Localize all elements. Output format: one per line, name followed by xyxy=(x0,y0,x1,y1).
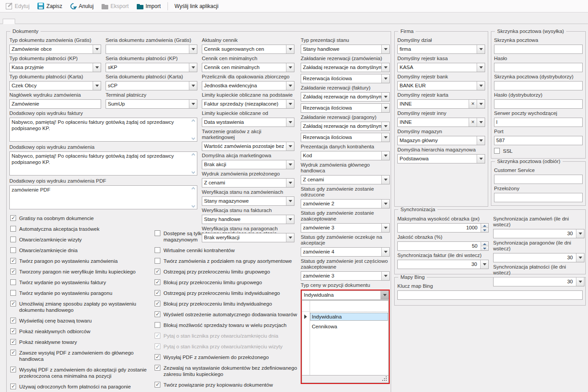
chevron-down-icon[interactable] xyxy=(381,133,389,142)
textarea[interactable]: Nabywco, pamiętaj! Po opłaceniu faktury … xyxy=(9,118,197,142)
spinner-buttons[interactable] xyxy=(481,242,488,250)
checkbox[interactable]: Otwarcie/zamknięcie dnia xyxy=(10,247,155,253)
field-control[interactable]: Kasa przyjmie × xyxy=(9,63,101,72)
chevron-down-icon[interactable] xyxy=(477,118,485,127)
checkbox[interactable]: Używaj odroczonych form płatności na par… xyxy=(10,384,155,390)
chevron-down-icon[interactable] xyxy=(477,155,485,163)
checkbox[interactable]: Blokuj możliwość sprzedaży towaru w wiel… xyxy=(155,322,302,328)
checkbox[interactable]: Blokuj przy przekroczeniu limitu grupowe… xyxy=(155,279,302,286)
tab[interactable] xyxy=(28,19,40,24)
dropdown-option[interactable]: Cennikowa xyxy=(302,322,388,331)
checkbox[interactable]: Wirtualne cenniki kontrahentów xyxy=(155,247,302,253)
field-control[interactable]: Z cenami × xyxy=(202,178,294,188)
scrollbar[interactable] xyxy=(191,188,196,207)
chevron-down-icon[interactable] xyxy=(480,260,488,269)
field-control[interactable]: INNE × xyxy=(397,118,485,127)
chevron-down-icon[interactable] xyxy=(381,224,389,232)
spinner-buttons[interactable] xyxy=(481,224,488,232)
clear-icon[interactable]: × xyxy=(469,118,477,127)
textarea[interactable]: Nabywco, pamiętaj! Po opłaceniu faktury … xyxy=(9,151,197,176)
checkbox[interactable]: Pokaż nieaktywne towary xyxy=(10,339,155,345)
field-control[interactable]: × xyxy=(494,175,583,184)
chevron-down-icon[interactable] xyxy=(477,136,485,145)
checkbox[interactable]: Zezwalaj na wystawianie dokumentów bez z… xyxy=(155,365,302,377)
field-control[interactable]: Jednostka ewidencyjna × xyxy=(202,81,294,90)
field-control[interactable]: × xyxy=(106,45,197,54)
checkbox[interactable]: Pytaj o stan licznika przy otwarciu/zamk… xyxy=(155,333,302,339)
chevron-down-icon[interactable] xyxy=(381,104,389,112)
field-control[interactable]: × xyxy=(494,99,583,109)
chevron-down-icon[interactable] xyxy=(286,63,294,72)
chevron-down-icon[interactable] xyxy=(381,176,389,184)
checkbox[interactable]: Wyświetl ostrzeżenie automatycznego doda… xyxy=(155,311,302,318)
field-control[interactable]: zamówienie 4 × xyxy=(301,247,390,257)
field-control[interactable]: sCP × xyxy=(106,81,197,90)
checkbox[interactable]: Tworzony paragon nie weryfikuje limitu k… xyxy=(10,269,155,275)
chevron-down-icon[interactable] xyxy=(381,200,389,208)
field-control[interactable]: Zamówienie obce × xyxy=(9,45,101,54)
checkbox[interactable]: Twórz wydanie po wystawieniu paragonu xyxy=(10,290,155,296)
chevron-down-icon[interactable] xyxy=(189,100,197,108)
chevron-down-icon[interactable] xyxy=(286,160,294,169)
field-control[interactable]: Cennik cen minimalnych × xyxy=(202,63,294,72)
field-control[interactable]: Rezerwacja ilościowa × xyxy=(301,103,390,113)
checkbox[interactable]: Twórz powiązanie przy kopiowaniu dokumen… xyxy=(155,382,302,388)
chevron-down-icon[interactable] xyxy=(286,215,294,224)
field-control[interactable]: 50 × xyxy=(397,241,489,251)
field-control[interactable]: Zakładaj rezerwacje na domyślnym ... × xyxy=(301,122,390,131)
tab[interactable] xyxy=(15,19,28,24)
chevron-down-icon[interactable] xyxy=(286,100,294,108)
checkbox[interactable]: Twórz zamówienia z podziałem na grupy as… xyxy=(155,258,302,264)
toolbar-button[interactable]: Eksport xyxy=(98,2,133,11)
field-control[interactable]: Podstawowa × xyxy=(397,154,485,163)
field-control[interactable]: Zakładaj rezerwacje na domyślnym ... × xyxy=(301,92,390,102)
chevron-down-icon[interactable] xyxy=(286,233,294,242)
checkbox[interactable]: Otwarcie/zamknięcie wizyty xyxy=(10,237,155,243)
resize-grip-icon[interactable] xyxy=(382,376,387,381)
checkbox[interactable]: Umożliwiaj zmianę sposobu zapłaty po wys… xyxy=(10,301,155,313)
chevron-down-icon[interactable] xyxy=(381,63,389,72)
checkbox[interactable]: Gratisy na osobnym dokumencie xyxy=(10,215,155,221)
chevron-down-icon[interactable] xyxy=(381,151,389,160)
field-control[interactable]: Data wystawienia × xyxy=(202,118,294,127)
field-control[interactable]: Zamówienie × xyxy=(9,99,101,109)
field-control[interactable]: Rezerwacja ilościowa × xyxy=(301,74,390,83)
field-control[interactable]: Magazyn główny × xyxy=(397,136,485,145)
chevron-down-icon[interactable] xyxy=(93,82,101,90)
checkbox[interactable]: Pytaj o stan licznika przy otwarciu/zamk… xyxy=(155,343,302,350)
field-control[interactable]: Kod × xyxy=(301,151,390,160)
field-control[interactable]: 1000 × xyxy=(397,223,489,233)
checkbox[interactable]: Pokaż nieaktywnych odbiorców xyxy=(10,328,155,335)
chevron-down-icon[interactable] xyxy=(380,291,388,299)
chevron-down-icon[interactable] xyxy=(477,82,485,90)
checkbox[interactable]: Wyświetlaj cenę bazową towaru xyxy=(10,318,155,324)
checkbox[interactable]: Blokuj przy przekroczeniu limitu indywid… xyxy=(155,301,302,307)
field-control[interactable]: 30 × xyxy=(397,260,489,269)
textarea[interactable]: zamówienie PDF xyxy=(9,185,197,209)
field-control[interactable]: × xyxy=(494,63,583,72)
field-control[interactable]: Zakładaj rezerwacje na domyślnym ... × xyxy=(301,63,390,72)
field-control[interactable]: BANK EUR × xyxy=(397,81,485,90)
ssl-checkbox[interactable]: SSL xyxy=(494,148,583,154)
checkbox[interactable]: Twórz paragon po wystawieniu zamówienia xyxy=(10,258,155,264)
field-control[interactable]: zamówienie 3 × xyxy=(301,271,390,281)
field-control[interactable]: Czek Obcy × xyxy=(9,81,101,90)
chevron-down-icon[interactable] xyxy=(189,82,197,90)
field-control[interactable]: Rezerwacja ilościowa × xyxy=(301,133,390,142)
checkbox[interactable]: Wysyłaj PDF z zamówieniem do akceptacji … xyxy=(10,367,155,379)
chevron-down-icon[interactable] xyxy=(381,248,389,256)
field-control[interactable]: Stany magazynowe × xyxy=(202,196,294,206)
clear-icon[interactable]: × xyxy=(469,100,477,108)
chevron-down-icon[interactable] xyxy=(477,45,485,53)
field-control[interactable]: × xyxy=(397,290,583,300)
field-control[interactable]: × xyxy=(494,193,583,202)
field-control[interactable]: 587 × xyxy=(494,136,583,145)
checkbox[interactable]: Wysyłaj PDF z zamówieniem do przełożoneg… xyxy=(155,354,302,360)
checkbox[interactable]: Ostrzegaj przy przekroczeniu limitu grup… xyxy=(155,269,302,275)
checkbox[interactable]: Ostrzegaj przy przekroczeniu limitu indy… xyxy=(155,290,302,296)
toolbar-button[interactable]: Anuluj xyxy=(66,2,98,11)
chevron-down-icon[interactable] xyxy=(381,122,389,131)
chevron-down-icon[interactable] xyxy=(93,63,101,72)
chevron-down-icon[interactable] xyxy=(189,45,197,53)
price-type-combo[interactable]: Indywidualna xyxy=(302,290,389,300)
